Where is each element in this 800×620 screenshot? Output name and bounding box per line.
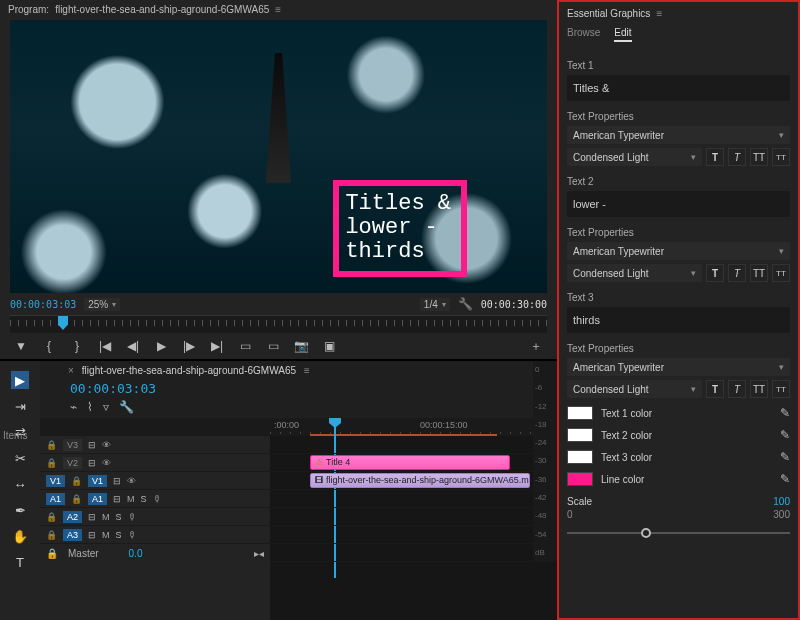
eyedropper-icon[interactable]: ✎ [780,406,790,420]
mic-icon[interactable]: 🎙 [128,530,137,540]
text3-input[interactable] [567,307,790,333]
panel-menu-icon[interactable] [656,8,668,19]
faux-italic-button[interactable]: T [728,264,746,282]
track-tag-a2[interactable]: A2 [63,511,82,523]
track-header-v1[interactable]: V1🔒V1⊟👁 [40,472,270,490]
type-tool[interactable]: T [11,553,29,571]
slider-knob[interactable] [641,528,651,538]
text1-input[interactable] [567,75,790,101]
step-back-icon[interactable]: ◀| [126,339,140,353]
comparison-view-icon[interactable]: ▣ [322,339,336,353]
program-viewport[interactable]: Titles & lower - thirds [10,20,547,293]
clip-video[interactable]: flight-over-the-sea-and-ship-aground-6GM… [310,473,530,488]
text2-weight-select[interactable]: Condensed Light [567,264,702,282]
text1-color-swatch[interactable] [567,406,593,420]
lift-icon[interactable]: ▭ [238,339,252,353]
track-select-tool[interactable]: ⇥ [11,397,29,415]
text3-font-select[interactable]: American Typewriter [567,358,790,376]
track-v3[interactable] [270,436,557,454]
hand-tool[interactable]: ✋ [11,527,29,545]
program-timecode-current[interactable]: 00:00:03:03 [10,299,76,310]
lock-icon[interactable]: 🔒 [71,476,82,486]
go-to-in-icon[interactable]: |◀ [98,339,112,353]
small-caps-button[interactable]: TT [772,264,790,282]
text2-input[interactable] [567,191,790,217]
go-to-out-icon[interactable]: ▶| [210,339,224,353]
snap-icon[interactable]: ⌁ [70,400,77,414]
eyedropper-icon[interactable]: ✎ [780,472,790,486]
source-a1[interactable]: A1 [46,493,65,505]
export-frame-icon[interactable]: 📷 [294,339,308,353]
track-header-v2[interactable]: 🔒V2⊟👁 [40,454,270,472]
step-forward-icon[interactable]: |▶ [182,339,196,353]
selection-tool[interactable]: ▶ [11,371,29,389]
all-caps-button[interactable]: TT [750,264,768,282]
lock-icon[interactable]: 🔒 [46,530,57,540]
track-tag-v1[interactable]: V1 [88,475,107,487]
pen-tool[interactable]: ✒ [11,501,29,519]
program-scrub-bar[interactable] [10,315,547,333]
all-caps-button[interactable]: TT [750,148,768,166]
faux-italic-button[interactable]: T [728,380,746,398]
lock-icon[interactable]: 🔒 [46,440,57,450]
tab-browse[interactable]: Browse [567,27,600,42]
panel-menu-icon[interactable] [275,4,287,15]
track-header-master[interactable]: 🔒Master0.0▸◂ [40,544,270,563]
lock-icon[interactable]: 🔒 [71,494,82,504]
timeline-tracks[interactable]: :00:00 00:00:15:00 00 Title 4 [270,418,557,620]
eye-icon[interactable]: 👁 [102,458,111,468]
timeline-menu-icon[interactable] [304,365,316,376]
razor-tool[interactable]: ✂ [11,449,29,467]
track-header-a1[interactable]: A1🔒A1⊟MS🎙 [40,490,270,508]
track-header-a2[interactable]: 🔒A2⊟MS🎙 [40,508,270,526]
faux-italic-button[interactable]: T [728,148,746,166]
text2-font-select[interactable]: American Typewriter [567,242,790,260]
track-tag-v3[interactable]: V3 [63,439,82,451]
lock-icon[interactable]: 🔒 [46,458,57,468]
title-overlay[interactable]: Titles & lower - thirds [333,180,467,277]
eye-icon[interactable]: 👁 [102,440,111,450]
resolution-dropdown[interactable]: 1/4 [420,298,450,311]
text3-weight-select[interactable]: Condensed Light [567,380,702,398]
extract-icon[interactable]: ▭ [266,339,280,353]
mark-out-icon[interactable]: } [70,339,84,353]
source-v1[interactable]: V1 [46,475,65,487]
mic-icon[interactable]: 🎙 [153,494,162,504]
sequence-tab[interactable]: × flight-over-the-sea-and-ship-aground-6… [40,361,557,379]
lock-icon[interactable]: 🔒 [46,512,57,522]
text1-font-select[interactable]: American Typewriter [567,126,790,144]
faux-bold-button[interactable]: T [706,380,724,398]
play-icon[interactable]: ▶ [154,339,168,353]
text3-color-swatch[interactable] [567,450,593,464]
track-tag-v2[interactable]: V2 [63,457,82,469]
add-marker-icon[interactable]: ▼ [14,339,28,353]
track-a3[interactable] [270,526,557,544]
mark-in-icon[interactable]: { [42,339,56,353]
text2-color-swatch[interactable] [567,428,593,442]
track-master[interactable] [270,544,557,562]
track-a2[interactable] [270,508,557,526]
all-caps-button[interactable]: TT [750,380,768,398]
text1-weight-select[interactable]: Condensed Light [567,148,702,166]
timeline-timecode[interactable]: 00:00:03:03 [40,379,557,396]
settings-icon[interactable]: 🔧 [458,297,473,311]
tab-edit[interactable]: Edit [614,27,631,42]
zoom-dropdown[interactable]: 25% [84,298,120,311]
lock-icon[interactable]: 🔒 [46,548,58,559]
master-value[interactable]: 0.0 [129,548,143,559]
small-caps-button[interactable]: TT [772,380,790,398]
track-header-v3[interactable]: 🔒V3⊟👁 [40,436,270,454]
track-v1[interactable]: flight-over-the-sea-and-ship-aground-6GM… [270,472,557,490]
slip-tool[interactable]: ↔ [11,475,29,493]
timeline-settings-icon[interactable]: 🔧 [119,400,134,414]
scrub-playhead[interactable] [58,316,68,330]
small-caps-button[interactable]: TT [772,148,790,166]
faux-bold-button[interactable]: T [706,264,724,282]
scale-slider[interactable] [567,526,790,540]
close-tab-icon[interactable]: × [68,365,74,376]
track-tag-a3[interactable]: A3 [63,529,82,541]
eye-icon[interactable]: 👁 [127,476,136,486]
scale-value[interactable]: 100 [773,496,790,507]
button-editor-icon[interactable]: ＋ [529,338,543,355]
mic-icon[interactable]: 🎙 [128,512,137,522]
